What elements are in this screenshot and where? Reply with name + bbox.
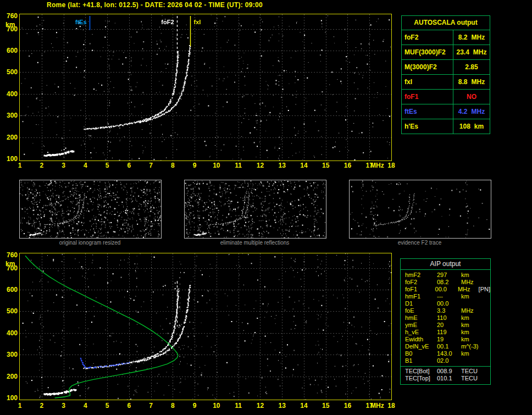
- main-ionogram-canvas: [19, 14, 392, 161]
- aip-row: B0143.0km: [405, 350, 490, 357]
- autoscala-row-label: fxI: [402, 75, 453, 89]
- x-tick-label: 15: [319, 162, 332, 169]
- autoscala-row-label: h'Es: [402, 119, 453, 134]
- y-tick-label: 700: [0, 25, 18, 33]
- autoscala-row: fxI8.8MHz: [402, 74, 490, 89]
- x-tick-label: 11: [232, 162, 245, 169]
- y-tick-label: 100: [0, 394, 18, 402]
- thumbnail-evidence-f2-trace: [349, 180, 491, 239]
- autoscala-row: foF1NO: [402, 89, 490, 104]
- x-tick-label: 1: [13, 162, 26, 169]
- aip-row: hmE110km: [405, 314, 490, 322]
- aip-row: D100.0: [405, 300, 490, 307]
- y-tick-label: 760: [0, 251, 18, 259]
- thumbnail-original-ionogram: [19, 180, 162, 239]
- autoscala-row-label: ftEs: [402, 104, 453, 119]
- x-tick-label: 18: [385, 162, 398, 169]
- y-tick-label: 760: [0, 12, 18, 20]
- autoscala-row-label: M(3000)F2: [402, 60, 453, 74]
- profile-ionogram-canvas: [19, 253, 392, 400]
- aip-row: hmF1---km: [405, 293, 490, 300]
- autoscala-row-value: 2.85: [453, 60, 490, 74]
- x-tick-label: 3: [57, 162, 70, 169]
- x-tick-label: 3: [57, 402, 70, 410]
- autoscala-row: foF28.2MHz: [402, 30, 490, 45]
- autoscala-row-value: 108km: [453, 119, 490, 134]
- x-tick-label: 12: [253, 402, 267, 410]
- y-tick-label: 500: [0, 68, 18, 76]
- aip-row: Ewidth19km: [405, 336, 490, 343]
- autoscala-row-value: NO: [453, 90, 490, 104]
- aip-row: h_vE119km: [405, 329, 490, 336]
- thumbnail-eliminate-reflections: [184, 180, 326, 239]
- thumbnail-caption: eliminate multiple reflections: [184, 240, 325, 246]
- aip-row: foF100.0MHz[PN]: [405, 286, 490, 293]
- x-tick-label: 10: [210, 162, 223, 169]
- x-tick-label: 13: [275, 402, 289, 410]
- x-tick-label: 17: [363, 162, 376, 169]
- aip-rows: hmF2297kmfoF208.2MHzfoF100.0MHz[PN]hmF1-…: [401, 270, 490, 364]
- autoscala-window: Rome (lat: +41.8, lon: 012.5) - DATE: 20…: [0, 0, 532, 415]
- x-tick-label: 1: [13, 402, 26, 410]
- x-tick-label: 2: [35, 162, 48, 169]
- x-tick-label: 17: [363, 402, 376, 410]
- y-tick-label: 100: [0, 155, 18, 163]
- aip-row: TEC[Bot]008.9TECU: [405, 368, 490, 375]
- aip-row: foF208.2MHz: [405, 279, 490, 286]
- aip-title: AIP output: [401, 259, 490, 270]
- autoscala-row-value: 4.2MHz: [453, 104, 490, 119]
- x-tick-label: 12: [253, 162, 267, 169]
- x-tick-label: 4: [79, 162, 92, 169]
- x-tick-label: 16: [341, 162, 354, 169]
- x-tick-label: 14: [297, 402, 311, 410]
- y-tick-label: 700: [0, 264, 18, 272]
- autoscala-row-label: foF2: [402, 30, 453, 45]
- x-tick-label: 5: [101, 402, 114, 410]
- thumbnail-caption: original ionogram resized: [19, 240, 160, 246]
- autoscala-rows: foF28.2MHzMUF(3000)F223.4MHzM(3000)F22.8…: [402, 30, 490, 134]
- x-tick-label: 10: [210, 402, 223, 410]
- aip-row: ymE20km: [405, 322, 490, 329]
- x-tick-label: 7: [145, 402, 158, 410]
- x-tick-label: 5: [101, 162, 114, 169]
- autoscala-row: h'Es108km: [402, 119, 490, 134]
- autoscala-row-value: 8.8MHz: [453, 75, 490, 89]
- autoscala-row-label: MUF(3000)F2: [402, 45, 453, 59]
- x-tick-label: 16: [341, 402, 354, 410]
- autoscala-panel: AUTOSCALA output foF28.2MHzMUF(3000)F223…: [401, 15, 490, 134]
- aip-row: TEC[Top]010.1TECU: [405, 375, 490, 382]
- x-tick-label: 15: [319, 402, 332, 410]
- y-tick-label: 200: [0, 134, 18, 141]
- x-tick-label: 4: [79, 402, 92, 410]
- y-tick-label: 600: [0, 286, 18, 294]
- page-title: Rome (lat: +41.8, lon: 012.5) - DATE: 20…: [47, 1, 263, 9]
- x-tick-label: 14: [297, 162, 311, 169]
- x-tick-label: 6: [123, 162, 136, 169]
- x-tick-label: 9: [188, 162, 201, 169]
- aip-row: hmF2297km: [405, 272, 490, 279]
- x-tick-label: 13: [275, 162, 289, 169]
- autoscala-row: ftEs4.2MHz: [402, 104, 490, 119]
- thumbnail-caption: evidence F2 trace: [349, 240, 490, 246]
- y-tick-label: 500: [0, 307, 18, 315]
- y-tick-label: 300: [0, 112, 18, 119]
- aip-tec-rows: TEC[Bot]008.9TECUTEC[Top]010.1TECU: [401, 366, 490, 382]
- x-tick-label: 8: [166, 402, 179, 410]
- x-tick-label: 9: [188, 402, 201, 410]
- x-tick-label: 18: [385, 402, 398, 410]
- y-tick-label: 300: [0, 351, 18, 358]
- x-tick-label: 6: [123, 402, 136, 410]
- x-tick-label: 11: [232, 402, 245, 410]
- autoscala-row: M(3000)F22.85: [402, 59, 490, 74]
- autoscala-row-label: foF1: [402, 90, 453, 104]
- y-tick-label: 600: [0, 47, 18, 54]
- y-tick-label: 200: [0, 373, 18, 380]
- autoscala-row-value: 8.2MHz: [453, 30, 490, 45]
- aip-row: B102.0: [405, 357, 490, 364]
- x-tick-label: 8: [166, 162, 179, 169]
- y-tick-label: 400: [0, 329, 18, 337]
- aip-row: foE3.3MHz: [405, 307, 490, 314]
- y-tick-label: 400: [0, 90, 18, 98]
- aip-row: DelN_vE00.1m^(-3): [405, 343, 490, 350]
- autoscala-title: AUTOSCALA output: [402, 16, 490, 30]
